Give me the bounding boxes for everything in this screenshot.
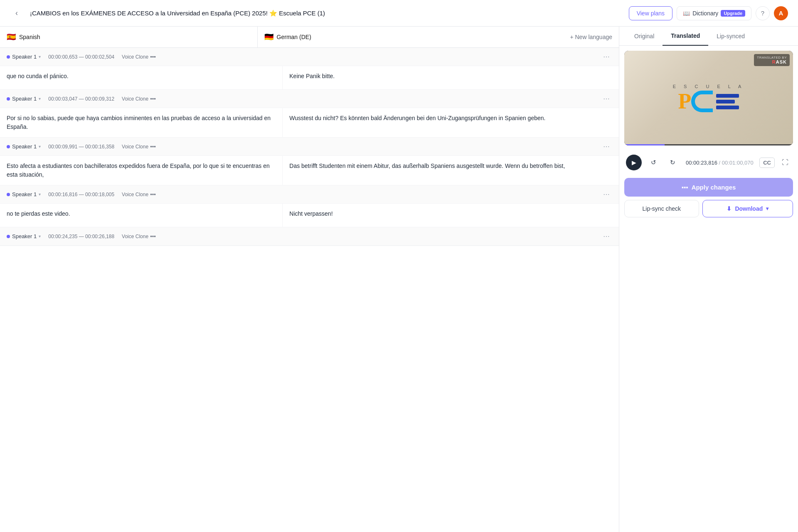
video-logo: E S C U E L A P (673, 84, 745, 112)
source-language-col: 🇪🇸 Spanish (0, 27, 258, 47)
forward-button[interactable]: ↻ (665, 155, 680, 170)
video-preview: E S C U E L A P (624, 51, 793, 145)
logo-c-group (691, 91, 739, 112)
apply-changes-button[interactable]: ▪▪▪ Apply changes (624, 178, 793, 197)
header: ‹ ¡CAMBIOS en los EXÁMENES DE ACCESO a l… (0, 0, 798, 27)
logo-line-3 (716, 106, 739, 109)
more-options-button-1[interactable]: ⋯ (601, 52, 612, 62)
dictionary-label: Dictionary (692, 10, 718, 17)
header-actions: View plans 📖 Dictionary Upgrade ? A (629, 6, 788, 20)
logo-line-1 (716, 94, 739, 98)
subtitle-content-2: Por si no lo sabias, puede que haya camb… (0, 108, 619, 137)
source-text-3[interactable]: Esto afecta a estudiantes con bachillera… (0, 156, 283, 185)
more-options-button-3[interactable]: ⋯ (601, 142, 612, 151)
rewind-button[interactable]: ↺ (646, 155, 661, 170)
download-chevron-icon: ▾ (766, 206, 768, 212)
german-flag: 🇩🇪 (264, 32, 273, 42)
source-text-4[interactable]: no te pierdas este video. (0, 204, 283, 227)
voice-clone-label-4: Voice Clone (122, 192, 148, 197)
subtitle-meta-3: Speaker 1 ▾ 00:00:09,991 — 00:00:16,358 … (0, 138, 619, 156)
progress-fill (624, 144, 665, 145)
watermark-label: TRANSLATED BY (757, 56, 787, 59)
tab-original[interactable]: Original (626, 27, 663, 46)
subtitle-content-3: Esto afecta a estudiantes con bachillera… (0, 156, 619, 185)
download-label: Download (735, 205, 763, 212)
speaker-chevron: ▾ (39, 192, 41, 197)
video-controls: ▶ ↺ ↻ 00:00:23,816 / 00:01:00,070 CC ⛶ (619, 150, 798, 175)
avatar[interactable]: A (774, 6, 788, 20)
voice-clone-tag-3: Voice Clone ▪▪▪ (122, 143, 156, 150)
speaker-label-2: Speaker 1 (12, 96, 37, 102)
subtitle-content-1: que no cunda el pánico. Keine Panik bitt… (0, 66, 619, 89)
speaker-label-5: Speaker 1 (12, 233, 37, 239)
subtitle-content-4: no te pierdas este video. Nicht verpasse… (0, 204, 619, 227)
captions-button[interactable]: CC (759, 158, 775, 168)
action-section: ▪▪▪ Apply changes Lip-sync check ⬇ Downl… (619, 175, 798, 222)
target-text-3[interactable]: Das betrifft Studenten mit einem Abitur,… (283, 156, 619, 185)
target-text-1[interactable]: Keine Panik bitte. (283, 66, 619, 89)
tab-lip-synced[interactable]: Lip-synced (708, 27, 753, 46)
time-range-5: 00:00:24,235 — 00:00:26,188 (48, 234, 114, 239)
speaker-chevron: ▾ (39, 234, 41, 239)
dictionary-button[interactable]: 📖 Dictionary Upgrade (677, 6, 751, 20)
voice-clone-tag-1: Voice Clone ▪▪▪ (122, 54, 156, 60)
wave-icon-4: ▪▪▪ (150, 191, 156, 197)
forward-icon: ↻ (670, 159, 675, 166)
video-progress-bar[interactable] (624, 144, 793, 145)
subtitle-meta-1: Speaker 1 ▾ 00:00:00,653 — 00:00:02,504 … (0, 48, 619, 66)
watermark-brand-rest: ASK (776, 59, 787, 64)
speaker-dot (7, 55, 10, 59)
table-row: Speaker 1 ▾ 00:00:09,991 — 00:00:16,358 … (0, 138, 619, 185)
bottom-actions: Lip-sync check ⬇ Download ▾ (624, 200, 793, 217)
more-options-button-4[interactable]: ⋯ (601, 190, 612, 199)
current-time-value: 00:00:23,816 (686, 160, 717, 166)
speaker-label-3: Speaker 1 (12, 143, 37, 150)
play-icon: ▶ (632, 159, 636, 166)
view-plans-button[interactable]: View plans (629, 6, 672, 20)
table-row: Speaker 1 ▾ 00:00:16,816 — 00:00:18,005 … (0, 185, 619, 227)
time-range-1: 00:00:00,653 — 00:00:02,504 (48, 54, 114, 60)
speaker-chevron: ▾ (39, 96, 41, 101)
back-button[interactable]: ‹ (10, 7, 23, 20)
total-time: / 00:01:00,070 (719, 160, 754, 166)
video-background: E S C U E L A P (624, 51, 793, 145)
speaker-dot (7, 235, 10, 238)
watermark-brand: RASK (757, 59, 787, 64)
new-language-button[interactable]: + New language (563, 27, 619, 47)
speaker-dot (7, 97, 10, 101)
speaker-dot (7, 193, 10, 196)
tab-translated[interactable]: Translated (663, 27, 708, 46)
subtitle-meta-5: Speaker 1 ▾ 00:00:24,235 — 00:00:26,188 … (0, 227, 619, 246)
logo-c-shape (691, 91, 713, 112)
subtitle-list: Speaker 1 ▾ 00:00:00,653 — 00:00:02,504 … (0, 48, 619, 532)
upgrade-badge: Upgrade (721, 10, 745, 17)
wave-icon-2: ▪▪▪ (150, 96, 156, 102)
subtitle-meta-2: Speaker 1 ▾ 00:00:03,047 — 00:00:09,312 … (0, 90, 619, 108)
play-button[interactable]: ▶ (626, 155, 642, 170)
target-text-4[interactable]: Nicht verpassen! (283, 204, 619, 227)
download-icon: ⬇ (727, 205, 732, 212)
source-text-2[interactable]: Por si no lo sabias, puede que haya camb… (0, 108, 283, 137)
more-options-button-5[interactable]: ⋯ (601, 232, 612, 241)
video-tabs: Original Translated Lip-synced (619, 27, 798, 46)
speaker-badge-1: Speaker 1 ▾ (7, 54, 41, 60)
apply-changes-label: Apply changes (692, 184, 736, 191)
fullscreen-icon: ⛶ (782, 159, 788, 166)
time-range-3: 00:00:09,991 — 00:00:16,358 (48, 144, 114, 150)
fullscreen-button[interactable]: ⛶ (779, 156, 791, 169)
current-time: 00:00:23,816 / 00:01:00,070 (686, 160, 754, 166)
source-text-1[interactable]: que no cunda el pánico. (0, 66, 283, 89)
speaker-badge-5: Speaker 1 ▾ (7, 233, 41, 239)
target-text-2[interactable]: Wusstest du nicht? Es könnten bald Änder… (283, 108, 619, 137)
spanish-flag: 🇪🇸 (7, 32, 16, 42)
voice-clone-label-5: Voice Clone (122, 234, 148, 239)
waveform-icon: ▪▪▪ (682, 184, 688, 191)
more-options-button-2[interactable]: ⋯ (601, 94, 612, 103)
lip-sync-check-button[interactable]: Lip-sync check (624, 200, 699, 217)
voice-clone-tag-5: Voice Clone ▪▪▪ (122, 233, 156, 239)
help-button[interactable]: ? (756, 6, 770, 20)
target-language-col: 🇩🇪 German (DE) (258, 27, 564, 47)
wave-icon-3: ▪▪▪ (150, 143, 156, 150)
download-button[interactable]: ⬇ Download ▾ (702, 200, 793, 217)
main-layout: 🇪🇸 Spanish 🇩🇪 German (DE) + New language… (0, 27, 798, 532)
